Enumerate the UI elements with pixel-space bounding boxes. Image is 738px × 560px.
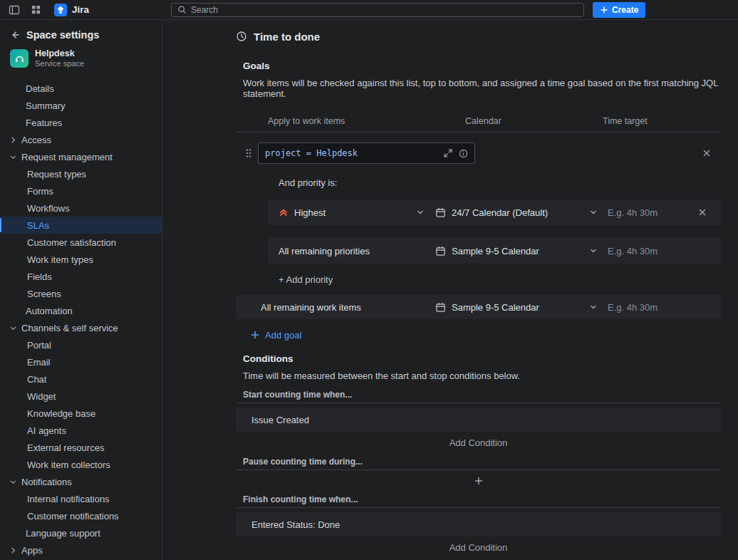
- sidebar-item-customer-satisfaction[interactable]: Customer satisfaction: [0, 234, 162, 251]
- drag-handle-icon[interactable]: [245, 147, 252, 159]
- time-target-input[interactable]: E.g. 4h 30m: [608, 207, 658, 218]
- expand-icon[interactable]: [444, 149, 452, 157]
- sidebar-item-label: Notifications: [21, 477, 72, 487]
- goals-description: Work items will be checked against this …: [236, 78, 721, 99]
- close-icon: [702, 148, 712, 158]
- calendar-select-value: 24/7 Calendar (Default): [452, 207, 583, 218]
- app-switcher-button[interactable]: [27, 2, 44, 18]
- sidebar-item-request-management[interactable]: Request management: [0, 148, 162, 165]
- sidebar-item-label: Work item types: [27, 254, 93, 265]
- search-input[interactable]: [191, 5, 578, 15]
- sidebar-item-label: Details: [26, 83, 54, 94]
- goals-heading: Goals: [236, 61, 721, 72]
- space-settings-back-button[interactable]: Space settings: [0, 26, 162, 44]
- add-start-condition-button[interactable]: Add Condition: [236, 437, 721, 448]
- pause-counting-label: Pause counting time during...: [236, 457, 721, 467]
- space-type: Service space: [35, 60, 84, 68]
- chevron-down-icon: [589, 208, 598, 217]
- start-condition-row[interactable]: Issue Created: [236, 408, 721, 432]
- sidebar-item-widget[interactable]: Widget: [0, 388, 162, 405]
- sidebar-item-customer-notifications[interactable]: Customer notifications: [0, 507, 162, 524]
- sidebar-item-label: Chat: [27, 374, 46, 385]
- sidebar-toggle-button[interactable]: [6, 2, 23, 18]
- add-finish-condition-button[interactable]: Add Condition: [236, 542, 721, 553]
- sidebar-item-apps[interactable]: Apps: [0, 541, 162, 559]
- sidebar-item-screens[interactable]: Screens: [0, 285, 162, 302]
- priority-row-remaining: All remaining priorities Sample 9-5 Cale…: [268, 238, 721, 264]
- sidebar-item-chat[interactable]: Chat: [0, 370, 162, 388]
- sidebar-item-automation[interactable]: Automation: [0, 302, 162, 319]
- remove-priority-button[interactable]: [692, 202, 712, 222]
- add-goal-button[interactable]: Add goal: [250, 329, 301, 341]
- plus-icon: [600, 6, 608, 14]
- add-priority-button[interactable]: + Add priority: [279, 275, 333, 285]
- sidebar-item-ai-agents[interactable]: AI agents: [0, 422, 162, 439]
- sidebar-item-label: Work item collectors: [27, 460, 110, 470]
- sidebar-item-features[interactable]: Features: [0, 114, 162, 131]
- page-header: Time to done: [236, 29, 721, 43]
- column-calendar: Calendar: [465, 116, 603, 126]
- start-counting-label: Start counting time when...: [236, 390, 721, 400]
- sidebar-item-external-resources[interactable]: External resources: [0, 439, 162, 456]
- info-icon[interactable]: [459, 149, 468, 158]
- jql-row: project = Helpdesk: [236, 142, 721, 164]
- sidebar-item-workflows[interactable]: Workflows: [0, 199, 162, 217]
- space-meta: Helpdesk Service space: [35, 49, 84, 68]
- and-priority-label: And priority is:: [279, 178, 721, 188]
- priority-select-value: Highest: [294, 207, 410, 218]
- sidebar-item-details[interactable]: Details: [0, 80, 162, 97]
- jira-home-link[interactable]: Jira: [54, 4, 89, 16]
- sidebar-item-internal-notifications[interactable]: Internal notifications: [0, 490, 162, 507]
- time-target-input[interactable]: E.g. 4h 30m: [608, 302, 721, 313]
- search-bar[interactable]: [171, 3, 584, 17]
- remove-goal-button[interactable]: [697, 143, 717, 163]
- sidebar-item-label: Channels & self service: [21, 323, 118, 333]
- sidebar-item-summary[interactable]: Summary: [0, 97, 162, 114]
- sidebar-item-label: SLAs: [27, 220, 49, 231]
- remaining-priorities-label: All remaining priorities: [279, 246, 370, 256]
- sidebar-item-notifications[interactable]: Notifications: [0, 473, 162, 490]
- sidebar-item-knowledge-base[interactable]: Knowledge base: [0, 405, 162, 422]
- sidebar-item-channels-self-service[interactable]: Channels & self service: [0, 319, 162, 336]
- sidebar-item-label: Request types: [27, 169, 86, 180]
- sidebar-item-fields[interactable]: Fields: [0, 268, 162, 285]
- sidebar-item-access[interactable]: Access: [0, 131, 162, 148]
- priority-select[interactable]: Highest: [279, 207, 425, 218]
- calendar-select[interactable]: 24/7 Calendar (Default): [435, 207, 598, 218]
- sidebar-item-slas[interactable]: SLAs: [0, 217, 162, 234]
- chevron-down-icon: [589, 247, 598, 255]
- sidebar-item-request-types[interactable]: Request types: [0, 165, 162, 182]
- calendar-select[interactable]: Sample 9-5 Calendar: [435, 246, 598, 256]
- main-content: Time to done Goals Work items will be ch…: [163, 20, 738, 560]
- calendar-select[interactable]: Sample 9-5 Calendar: [435, 302, 598, 313]
- sidebar-item-forms[interactable]: Forms: [0, 182, 162, 199]
- search-icon: [177, 5, 187, 14]
- sidebar-item-label: Workflows: [27, 203, 70, 214]
- priority-highest-icon: [279, 207, 289, 217]
- finish-condition-row[interactable]: Entered Status: Done: [236, 512, 721, 536]
- sidebar-item-work-item-types[interactable]: Work item types: [0, 251, 162, 268]
- remaining-work-items-label: All remaining work items: [261, 302, 435, 313]
- jql-input[interactable]: project = Helpdesk: [258, 142, 475, 164]
- time-target-input[interactable]: E.g. 4h 30m: [608, 246, 658, 256]
- conditions-description: Time will be measured between the start …: [236, 370, 721, 381]
- add-pause-condition-button[interactable]: [236, 476, 721, 486]
- goals-section: Goals Work items will be checked against…: [236, 61, 721, 341]
- chevron-down-icon: [589, 303, 598, 311]
- jira-logo-icon: [54, 4, 67, 16]
- space-name: Helpdesk: [35, 49, 84, 58]
- jql-value: project = Helpdesk: [265, 148, 437, 158]
- column-time-target: Time target: [603, 116, 721, 126]
- conditions-section: Conditions Time will be measured between…: [236, 353, 721, 560]
- sidebar-item-email[interactable]: Email: [0, 353, 162, 370]
- sidebar-item-language-support[interactable]: Language support: [0, 524, 162, 541]
- sidebar-item-work-item-collectors[interactable]: Work item collectors: [0, 456, 162, 473]
- sidebar-item-label: Email: [27, 357, 51, 368]
- sidebar-toggle-icon: [9, 4, 20, 16]
- space-header: Helpdesk Service space: [0, 44, 162, 73]
- sidebar-item-portal[interactable]: Portal: [0, 336, 162, 353]
- plus-icon: [250, 330, 260, 340]
- create-button[interactable]: Create: [593, 2, 645, 18]
- priority-row-highest: Highest 24/7 Calendar (Default): [268, 199, 721, 225]
- sidebar-item-label: Screens: [27, 289, 61, 299]
